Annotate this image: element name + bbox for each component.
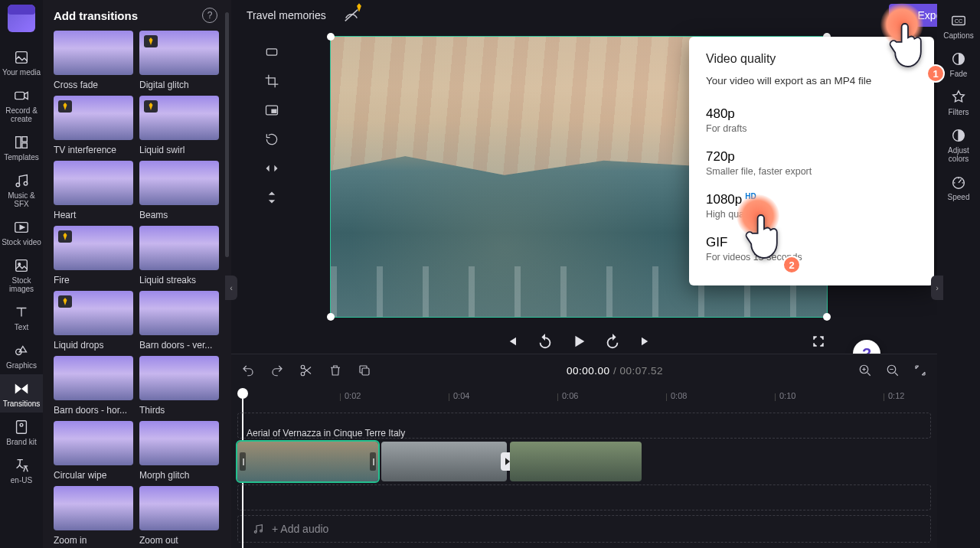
lang-icon <box>13 457 30 474</box>
video-clip-2[interactable] <box>381 442 507 481</box>
transition-card[interactable]: Heart <box>54 161 133 221</box>
transition-label: Morph glitch <box>139 470 219 481</box>
timeline-toolbar: 00:00.00 / 00:07.52 <box>231 354 937 387</box>
clip-handle-left[interactable]: || <box>240 452 246 471</box>
rewind-button[interactable] <box>537 333 554 350</box>
collapse-right-panel-button[interactable]: › <box>931 276 943 300</box>
export-option-head: 480p <box>706 106 917 122</box>
nav-stockvid[interactable]: Stock video <box>0 213 43 251</box>
transition-card[interactable]: Beams <box>139 161 219 221</box>
transition-card[interactable]: Zoom in <box>54 486 133 546</box>
fullscreen-button[interactable] <box>810 333 827 350</box>
transition-card[interactable]: TV interference <box>54 96 133 156</box>
transition-label: Beams <box>139 210 219 220</box>
export-option-1080p[interactable]: 1080pHDHigh quality <box>706 186 917 229</box>
prop-speed[interactable]: Speed <box>937 168 980 206</box>
resize-handle-bl[interactable] <box>327 313 335 321</box>
fx-off-icon[interactable] <box>343 7 360 24</box>
filters-icon <box>950 89 967 106</box>
app-logo[interactable] <box>8 5 35 32</box>
transition-card[interactable]: Digital glitch <box>139 31 219 91</box>
nav-templates[interactable]: Templates <box>0 128 43 166</box>
timeline-ruler[interactable]: 0:020:040:060:080:100:12 <box>237 387 937 409</box>
prop-fade[interactable]: Fade <box>937 44 980 83</box>
redo-button[interactable] <box>270 363 285 378</box>
video-clip-3[interactable] <box>510 442 642 481</box>
transition-card[interactable]: Liquid streaks <box>139 226 219 286</box>
transition-label: Liquid drops <box>54 340 133 351</box>
scrollbar[interactable] <box>225 12 229 257</box>
transition-card[interactable]: Barn doors - ver... <box>139 291 219 351</box>
transition-card[interactable]: Circular wipe <box>54 421 133 481</box>
split-button[interactable] <box>299 363 314 378</box>
export-option-sub: High quality <box>706 209 917 220</box>
transition-card[interactable]: Liquid swirl <box>139 96 219 156</box>
collapse-left-panel-button[interactable]: ‹ <box>225 276 237 300</box>
prop-label: Fade <box>950 70 968 78</box>
nav-label: Your media <box>2 68 41 77</box>
right-properties-rail: CCCaptionsFadeFiltersAdjust colorsSpeed <box>937 0 980 548</box>
export-option-gif[interactable]: GIFFor videos 15 seconds <box>706 229 917 272</box>
transition-thumb <box>139 421 219 465</box>
help-icon[interactable]: ? <box>202 8 217 23</box>
forward-button[interactable] <box>604 333 621 350</box>
skip-start-button[interactable] <box>503 333 520 350</box>
flip-h-tool[interactable] <box>263 159 281 178</box>
transition-card[interactable]: Barn doors - hor... <box>54 356 133 416</box>
nav-graphics[interactable]: Graphics <box>0 336 43 374</box>
pip-tool[interactable] <box>263 101 281 119</box>
ruler-tick: 0:10 <box>779 391 795 400</box>
transition-card[interactable]: Thirds <box>139 356 219 416</box>
nav-music[interactable]: Music & SFX <box>0 166 43 213</box>
nav-record[interactable]: Record & create <box>0 81 43 128</box>
transition-thumb <box>139 356 219 400</box>
clip-handle-right[interactable]: || <box>370 452 376 471</box>
svg-rect-24 <box>362 368 369 375</box>
play-button[interactable] <box>570 333 587 350</box>
fade-icon <box>950 51 967 67</box>
resize-handle-br[interactable] <box>823 313 831 321</box>
transition-card[interactable]: Cross fade <box>54 31 133 91</box>
duplicate-button[interactable] <box>357 363 372 378</box>
track-empty-mid[interactable] <box>237 484 931 510</box>
nav-label: Brand kit <box>6 438 36 446</box>
crop-tool[interactable] <box>263 72 281 90</box>
resize-handle-tl[interactable] <box>327 33 335 41</box>
prop-filters[interactable]: Filters <box>937 83 980 121</box>
nav-stockimg[interactable]: Stock images <box>0 251 43 298</box>
prop-adjust[interactable]: Adjust colors <box>937 121 980 168</box>
transition-thumb <box>54 31 133 75</box>
skip-end-button[interactable] <box>638 333 655 350</box>
transitions-grid: Cross fadeDigital glitchTV interferenceL… <box>54 31 225 548</box>
project-title[interactable]: Travel memories <box>247 9 326 21</box>
nav-transitions[interactable]: Transitions <box>0 374 43 413</box>
add-audio-button[interactable]: + Add audio <box>237 515 931 543</box>
transition-thumb <box>54 356 133 400</box>
transition-thumb <box>139 161 219 205</box>
flip-v-tool[interactable] <box>263 188 281 207</box>
transition-thumb <box>139 226 219 270</box>
delete-button[interactable] <box>328 363 343 378</box>
nav-lang[interactable]: en-US <box>0 451 43 489</box>
fit-timeline-button[interactable] <box>913 363 928 378</box>
undo-button[interactable] <box>240 363 256 378</box>
templates-icon <box>13 134 30 151</box>
nav-text[interactable]: Text <box>0 298 43 336</box>
transition-card[interactable]: Liquid drops <box>54 291 133 351</box>
zoom-in-button[interactable] <box>858 363 873 378</box>
video-clip-1[interactable]: || || <box>237 442 378 481</box>
zoom-out-button[interactable] <box>885 363 900 378</box>
video-track[interactable]: Aerial of Vernazza in Cinque Terre Italy… <box>237 442 931 481</box>
rotate-tool[interactable] <box>263 130 281 148</box>
export-option-720p[interactable]: 720pSmaller file, faster export <box>706 143 917 186</box>
nav-media[interactable]: Your media <box>0 43 43 81</box>
prop-label: Captions <box>943 31 973 40</box>
export-option-480p[interactable]: 480pFor drafts <box>706 100 917 143</box>
aspect-ratio-tool[interactable] <box>263 43 281 61</box>
transition-card[interactable]: Fire <box>54 226 133 286</box>
nav-brandkit[interactable]: Brand kit <box>0 413 43 451</box>
prop-captions[interactable]: CCCaptions <box>937 6 980 44</box>
transition-card[interactable]: Morph glitch <box>139 421 219 481</box>
transition-card[interactable]: Zoom out <box>139 486 219 546</box>
svg-point-12 <box>20 423 23 426</box>
